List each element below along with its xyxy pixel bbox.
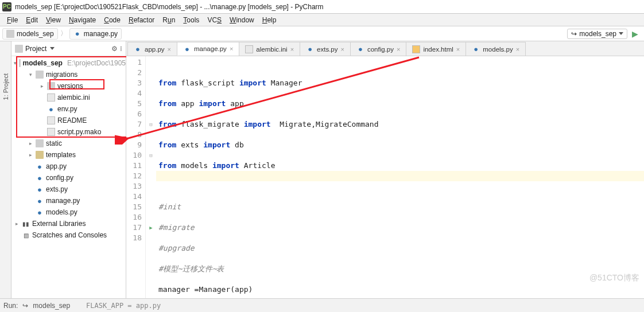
pycharm-logo-icon: PC: [2, 2, 11, 11]
navigation-bar: models_sep 〉 ● manage.py ↪ models_sep ▶: [0, 26, 644, 41]
project-tool-window: Project ⚙ ⁞ ▾models_sepE:\projectDoc\190…: [11, 41, 126, 298]
folder-icon: [36, 151, 44, 159]
folder-icon: [36, 139, 44, 147]
menu-tools[interactable]: Tools: [180, 15, 203, 25]
tool-tab-project[interactable]: 1: Project: [2, 70, 9, 103]
close-icon[interactable]: ×: [168, 46, 171, 53]
tab-config[interactable]: ●config.py×: [350, 42, 406, 56]
python-file-icon: ●: [36, 162, 44, 170]
menu-file[interactable]: File: [3, 15, 21, 25]
menu-window[interactable]: Window: [226, 15, 258, 25]
tree-app[interactable]: app.py: [46, 162, 67, 170]
menu-edit[interactable]: Edit: [22, 15, 41, 25]
close-icon[interactable]: ×: [230, 45, 233, 52]
run-config-icon: ↪: [571, 30, 577, 38]
menu-code[interactable]: Code: [100, 15, 124, 25]
tree-exts[interactable]: exts.py: [46, 185, 68, 193]
run-config-selector[interactable]: ↪ models_sep: [567, 29, 627, 39]
tab-alembic[interactable]: alembic.ini×: [239, 42, 300, 56]
python-file-icon: ●: [472, 45, 480, 53]
breadcrumb-separator-icon: 〉: [60, 29, 67, 38]
python-file-icon: ●: [306, 45, 314, 53]
breadcrumb-file-label: manage.py: [84, 30, 118, 38]
tab-models[interactable]: ●models.py×: [465, 42, 526, 56]
close-icon[interactable]: ×: [456, 46, 460, 53]
window-title-bar: PC models_sep [E:\projectDoc\190521Flask…: [0, 0, 644, 14]
watermark: @51CTO博客: [589, 273, 639, 283]
run-tool-label[interactable]: Run:: [3, 302, 18, 310]
python-file-icon: ●: [356, 45, 364, 53]
python-file-icon: ●: [36, 174, 44, 182]
project-panel-title: Project: [25, 45, 46, 53]
python-file-icon: ●: [36, 185, 44, 193]
python-file-icon: ●: [73, 30, 82, 38]
run-tool-output-line: FLASK_APP = app.py: [86, 302, 161, 310]
annotation-box-migrations: [16, 56, 131, 138]
tree-scratches[interactable]: Scratches and Consoles: [32, 231, 107, 239]
tree-templates[interactable]: templates: [46, 151, 76, 159]
run-config-icon: ↪: [22, 302, 28, 310]
close-icon[interactable]: ×: [341, 46, 344, 53]
menu-navigate[interactable]: Navigate: [65, 15, 99, 25]
annotation-box-versions: [49, 79, 104, 89]
breadcrumb-root-label: models_sep: [17, 30, 54, 38]
html-file-icon: [412, 45, 420, 53]
code-content[interactable]: from flask_script import Manager from ap…: [156, 56, 644, 298]
gear-icon[interactable]: ⚙: [111, 45, 118, 53]
menu-bar: File Edit View Navigate Code Refactor Ru…: [0, 14, 644, 26]
menu-view[interactable]: View: [42, 15, 64, 25]
menu-vcs[interactable]: VCS: [204, 15, 225, 25]
chevron-down-icon: [619, 32, 623, 35]
python-file-icon: ●: [134, 45, 142, 53]
collapse-icon[interactable]: ⁞: [120, 45, 122, 53]
menu-run[interactable]: Run: [159, 15, 179, 25]
window-title: models_sep [E:\projectDoc\190521Flask_CB…: [15, 3, 324, 11]
library-icon: ▮▮: [22, 220, 30, 228]
breadcrumb-root[interactable]: models_sep: [2, 28, 58, 40]
python-file-icon: ●: [36, 208, 44, 216]
breadcrumb-file[interactable]: ● manage.py: [69, 28, 122, 40]
tree-config[interactable]: config.py: [46, 174, 73, 182]
tree-models[interactable]: models.py: [46, 208, 77, 216]
tree-static[interactable]: static: [46, 139, 62, 147]
menu-refactor[interactable]: Refactor: [125, 15, 158, 25]
tab-manage[interactable]: ●manage.py×: [177, 42, 239, 56]
close-icon[interactable]: ×: [290, 46, 294, 53]
close-icon[interactable]: ×: [397, 46, 400, 53]
tab-index[interactable]: index.html×: [406, 42, 466, 56]
python-file-icon: ●: [36, 197, 44, 205]
tree-manage[interactable]: manage.py: [46, 197, 80, 205]
run-tool-config[interactable]: models_sep: [33, 302, 70, 310]
folder-icon: [6, 30, 14, 38]
run-tool-tab-bar: Run: ↪ models_sep FLASK_APP = app.py: [0, 298, 644, 312]
line-number-gutter: 123456789101112131415161718: [126, 56, 146, 298]
menu-help[interactable]: Help: [259, 15, 280, 25]
tab-exts[interactable]: ●exts.py×: [300, 42, 351, 56]
run-button-icon[interactable]: ▶: [632, 29, 638, 38]
ini-file-icon: [245, 45, 253, 53]
close-icon[interactable]: ×: [516, 46, 519, 53]
fold-gutter: ⊟ ⊟ ▶: [146, 56, 156, 298]
left-tool-strip: 1: Project: [0, 41, 11, 298]
python-file-icon: ●: [183, 45, 191, 53]
editor-tabs: ●app.py× ●manage.py× alembic.ini× ●exts.…: [126, 41, 644, 56]
tree-external-libraries[interactable]: External Libraries: [32, 220, 86, 228]
project-icon: [15, 45, 23, 53]
editor-area: ●app.py× ●manage.py× alembic.ini× ●exts.…: [126, 41, 644, 298]
tab-app[interactable]: ●app.py×: [127, 42, 177, 56]
run-gutter-icon[interactable]: ▶: [146, 223, 156, 233]
scratches-icon: ▧: [22, 231, 30, 239]
chevron-down-icon[interactable]: [50, 47, 55, 50]
code-editor[interactable]: 123456789101112131415161718 ⊟ ⊟ ▶ from f…: [126, 56, 644, 298]
run-config-label: models_sep: [579, 30, 616, 38]
